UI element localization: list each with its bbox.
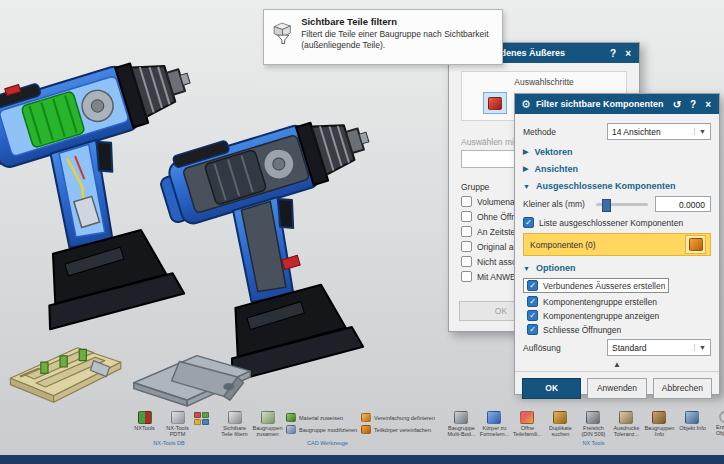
toolbar-label: Baugruppe Multi-Bod... [445,425,478,438]
toolbar-baugruppen-info-button[interactable]: Baugruppen Info [643,410,676,439]
aufloesung-value: Standard [612,343,647,353]
toolbar-baugruppe-modifizieren-button[interactable]: Baugruppe modifizieren [286,425,357,434]
collapsed-icon: ▶ [523,165,528,173]
wedge-model[interactable] [128,344,256,408]
option-row-schliesse-oeffnungen[interactable]: ✓ Schliesse Öffnungen [527,324,711,335]
option-row-verbundenes-aeusseres[interactable]: ✓ Verbundenes Äusseres erstellen [523,278,711,293]
help-button[interactable]: ? [608,48,618,59]
nx-tools-db-extra-icons[interactable] [194,410,210,427]
toolbar-group-label[interactable]: NX-Tools DB [153,440,184,446]
toolbar-baugruppe-multibody-button[interactable]: Baugruppe Multi-Bod... [445,410,478,439]
collapse-dialog-button[interactable]: ▲ [523,360,711,369]
komponenten-list-row[interactable]: Komponenten (0) [523,233,711,256]
checkbox-unchecked[interactable] [461,226,472,237]
body-to-feature-icon [487,411,501,424]
toolbar-vereinfachung-definieren-button[interactable]: Vereinfachung definieren [361,413,435,422]
multibody-icon [454,411,468,424]
toolbar-label: NXTools [134,425,154,431]
toolbar-label: Offne Teilefamili... [511,425,544,438]
checkbox-checked[interactable]: ✓ [527,310,538,321]
section-vektoren[interactable]: ▶ Vektoren [523,147,711,157]
section-label: Ausgeschlossene Komponenten [536,181,676,191]
toolbar-label: Objekt Info [679,425,706,431]
red-cube-icon [488,97,502,110]
toolbar-nxtools-button[interactable]: NXTools [128,410,161,432]
checkbox-row-liste[interactable]: ✓ Liste ausgeschlossener Komponenten [523,217,711,228]
checkbox-unchecked[interactable] [461,271,472,282]
checkbox-label: Liste ausgeschlossener Komponenten [539,218,683,228]
checkbox-unchecked[interactable] [461,256,472,267]
close-button[interactable]: × [703,99,713,110]
section-optionen[interactable]: ▼ Optionen [523,263,711,273]
section-ansichten[interactable]: ▶ Ansichten [523,164,711,174]
part-family-icon [520,411,534,424]
filter-parts-icon [272,16,293,50]
toolbar-duplikate-suchen-button[interactable]: Duplikate suchen [544,410,577,439]
dialog2-titlebar[interactable]: ⚙ Filter sichtbare Komponenten ↺ ? × [515,94,719,114]
status-bar [0,455,724,464]
dialog-filter-sichtbare-komponenten: ⚙ Filter sichtbare Komponenten ↺ ? × Met… [514,93,720,395]
toolbar-group-label[interactable]: NX Tools [582,440,604,446]
cancel-button[interactable]: Abbrechen [653,378,712,399]
assembly-info-icon [652,411,666,424]
toolbar-freistich-button[interactable]: Freistich (DIN 509) [577,410,610,439]
green-arrow-icon [202,412,209,418]
toolbar-label: Sichtbare Teile filtern [218,425,251,438]
nxtools-icon [138,411,152,424]
checkbox-label: Verbundenes Äusseres erstellen [543,281,665,291]
kleiner-als-slider[interactable] [596,203,648,206]
pdtm-box-icon [171,411,185,424]
selection-steps-label: Auswahlschritte [466,77,622,87]
ok-button[interactable]: OK [522,378,581,399]
toolbar-label: Erzeugt Objekte [709,424,724,437]
gear-icon: ⚙ [521,94,531,114]
methode-label: Methode [523,127,607,137]
option-row-gruppe-anzeigen[interactable]: ✓ Komponentengruppe anzeigen [527,310,711,321]
select-komponenten-button[interactable] [685,235,706,254]
toolbar-label: Baugruppe modifizieren [299,427,357,433]
orange-cube-icon [689,238,703,251]
toolbar-teilefamilie-button[interactable]: Offne Teilefamili... [511,410,544,439]
checkbox-unchecked[interactable] [461,211,472,222]
chevron-down-icon: ▼ [694,344,706,351]
toolbar-ausdruck-toleranz-button[interactable]: Ausdrucks Toleranz... [610,410,643,439]
object-info-icon [685,411,699,424]
aufloesung-dropdown[interactable]: Standard ▼ [607,339,711,356]
step-select-component-button[interactable] [483,92,507,114]
toolbar-teilkoerper-vereinfachen-button[interactable]: Teilkörper vereinfachen [361,425,435,434]
toolbar-objekt-info-button[interactable]: Objekt Info [676,410,709,432]
toolbar-label: Duplikate suchen [544,425,577,438]
checkbox-unchecked[interactable] [461,196,472,207]
reset-button[interactable]: ↺ [671,99,683,110]
methode-dropdown[interactable]: 14 Ansichten ▼ [607,123,711,140]
toolbar-label: Baugruppen zusamen [251,425,284,438]
expanded-icon: ▼ [523,265,530,272]
toolbar-nxtools-pdtm-button[interactable]: NX-Tools PDTM [161,410,194,439]
checkbox-checked[interactable]: ✓ [527,324,538,335]
toolbar-group-nx-tools: Baugruppe Multi-Bod... Körper zu Formele… [445,410,724,446]
toolbar-label: Vereinfachung definieren [374,415,435,421]
help-button[interactable]: ? [688,99,698,110]
toolbar-group-label[interactable]: CAD Werkzeuge [307,440,348,446]
toolbar-label: Baugruppen Info [643,425,676,438]
section-ausgeschlossene-komponenten[interactable]: ▼ Ausgeschlossene Komponenten [523,181,711,191]
toolbar-koerper-zu-formelement-button[interactable]: Körper zu Formelem... [478,410,511,439]
checkbox-checked[interactable]: ✓ [527,296,538,307]
checkbox-unchecked[interactable] [461,241,472,252]
toolbar-material-zuweisen-button[interactable]: Material zuweisen [286,413,357,422]
apply-button[interactable]: Anwenden [587,378,646,399]
checkbox-checked[interactable]: ✓ [527,280,538,291]
checkbox-checked[interactable]: ✓ [523,217,534,228]
slider-thumb[interactable] [602,199,611,212]
dialog2-title: Filter sichtbare Komponenten [536,99,666,109]
toolbar-sichtbare-teile-filtern-button[interactable]: Sichtbare Teile filtern [218,410,251,439]
toolbar-label: Freistich (DIN 509) [577,425,610,438]
toolbar-baugruppen-zusamen-button[interactable]: Baugruppen zusamen [251,410,284,439]
bottom-toolbar: NXTools NX-Tools PDTM NX-Tools DB [0,407,724,455]
kleiner-als-input[interactable]: 0.0000 [655,196,711,212]
methode-value: 14 Ansichten [612,127,661,137]
option-row-gruppe-erstellen[interactable]: ✓ Komponentengruppe erstellen [527,296,711,307]
close-button[interactable]: × [623,48,633,59]
fixture-model[interactable] [4,338,124,404]
toolbar-erzeugt-objekte-button[interactable]: Erzeugt Objekte [709,410,724,438]
